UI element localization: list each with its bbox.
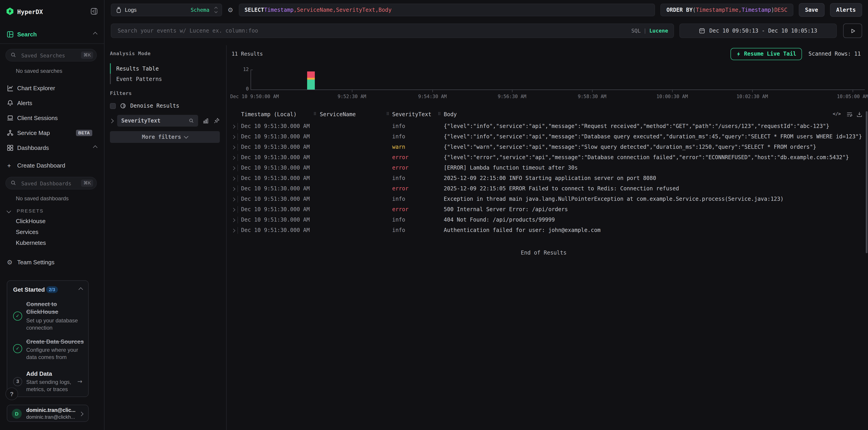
expand-row-chevron-icon[interactable] [231,145,236,150]
cell-severity: error [392,163,408,173]
schema-label: Schema [191,7,210,13]
column-severitytext[interactable]: SeverityText [392,111,431,118]
pin-icon[interactable] [214,118,220,124]
expand-row-chevron-icon[interactable] [231,177,236,180]
event-search-input[interactable] [117,27,631,34]
expand-row-chevron-icon[interactable] [231,187,236,191]
preset-services[interactable]: Services [0,227,104,237]
denoise-checkbox[interactable] [110,103,116,109]
gs-item-title[interactable]: Create Data Sources [26,338,90,345]
drag-handle-icon[interactable]: ⠿ [386,112,389,116]
x-tick-label: Dec 10 9:50:00 AM [230,94,279,99]
cell-severity: error [392,204,408,215]
row-divider [238,227,238,234]
saved-searches-field[interactable] [20,49,76,62]
help-button[interactable]: ? [5,388,18,400]
table-row[interactable]: Dec 10 9:51:30.000 AM error 2025-12-09 2… [227,184,868,194]
denoise-results-option[interactable]: Denoise Results [110,102,179,109]
team-settings-label: Team Settings [17,259,55,266]
saved-dashboards-input[interactable]: ⌘K [5,177,97,190]
table-row[interactable]: Dec 10 9:51:30.000 AM error 500 Internal… [227,204,868,215]
x-tick-label: 10:05:00 AM [837,94,868,99]
sidebar-item-team-settings[interactable]: ⚙ Team Settings [0,256,104,269]
create-dashboard-label: Create Dashboard [17,162,65,169]
drag-handle-icon[interactable]: ⠿ [438,112,441,116]
resume-live-tail-label: Resume Live Tail [744,51,796,57]
gs-item-title[interactable]: Connect to ClickHouse [26,300,82,316]
plus-icon: + [7,162,11,169]
preset-label: ClickHouse [16,218,46,225]
alerts-button[interactable]: Alerts [830,3,862,17]
expand-row-chevron-icon[interactable] [231,229,236,233]
expand-row-chevron-icon[interactable] [231,156,236,160]
sidebar-item-alerts[interactable]: Alerts [0,95,104,110]
time-range-value: Dec 10 09:50:13 - Dec 10 10:05:13 [710,28,817,34]
lightning-icon [736,51,741,57]
chevron-up-icon[interactable] [79,287,83,292]
expand-filter-chevron-icon[interactable] [109,119,114,123]
order-field-timestamptime: TimestampTime, [696,7,742,13]
lucene-mode-toggle[interactable]: Lucene [649,28,668,34]
query-settings-gear-icon[interactable]: ⚙ [227,7,233,13]
create-dashboard-button[interactable]: + Create Dashboard [0,159,104,172]
table-row[interactable]: Dec 10 9:51:30.000 AM warn {"level":"war… [227,142,868,153]
user-menu[interactable]: D dominic.tran@clic... dominic.tran@clic… [7,405,89,422]
arrow-right-icon[interactable]: → [78,378,82,385]
column-timestamp[interactable]: Timestamp (Local) [241,111,297,118]
expand-row-chevron-icon[interactable] [231,208,236,212]
expand-row-chevron-icon[interactable] [231,135,236,139]
expand-row-chevron-icon[interactable] [231,198,236,201]
table-row[interactable]: Dec 10 9:51:30.000 AM info Authenticatio… [227,225,868,236]
table-row[interactable]: Dec 10 9:51:30.000 AM error [ERROR] Lamb… [227,163,868,173]
cell-body: {"level":"info","service":"api","message… [444,121,864,132]
table-row[interactable]: Dec 10 9:51:30.000 AM info 2025-12-09 22… [227,173,868,184]
sidebar-item-service-map[interactable]: Service Map BETA [0,125,104,140]
sidebar-item-search[interactable]: Search [0,27,104,42]
preset-clickhouse[interactable]: ClickHouse [0,216,104,227]
saved-dashboards-field[interactable] [20,177,76,190]
saved-searches-input[interactable]: ⌘K [5,49,97,62]
run-query-button[interactable] [843,24,862,38]
y-axis-min-label: 0 [228,86,249,91]
mode-results-table[interactable]: Results Table [110,63,215,74]
event-search-bar[interactable]: SQL | Lucene [111,24,674,38]
expand-row-chevron-icon[interactable] [231,125,236,129]
presets-section-toggle[interactable]: PRESETS [0,207,104,215]
bar-chart-icon[interactable] [203,118,209,124]
time-range-picker[interactable]: Dec 10 09:50:13 - Dec 10 10:05:13 [679,24,837,38]
table-row[interactable]: Dec 10 9:51:30.000 AM info {"level":"inf… [227,121,868,132]
no-saved-dashboards-text: No saved dashboards [16,195,69,202]
sidebar-item-dashboards[interactable]: Dashboards [0,140,104,155]
resume-live-tail-button[interactable]: Resume Live Tail [731,48,802,60]
more-filters-button[interactable]: More filters [110,131,220,143]
x-tick-label: 9:58:30 AM [578,94,606,99]
table-row[interactable]: Dec 10 9:51:30.000 AM error {"level":"er… [227,153,868,163]
results-count: 11 Results [231,51,263,57]
download-icon[interactable] [856,111,863,118]
column-body[interactable]: Body [444,111,457,118]
column-servicename[interactable]: ServiceName [320,111,356,118]
preset-kubernetes[interactable]: Kubernetes [0,237,104,248]
severity-filter-input[interactable]: SeverityText [117,115,198,127]
collapse-sidebar-icon[interactable] [90,8,98,15]
wrap-text-icon[interactable] [846,111,852,118]
expand-row-chevron-icon[interactable] [231,166,236,170]
code-view-icon[interactable]: </> [833,111,841,116]
table-row[interactable]: Dec 10 9:51:30.000 AM info {"level":"inf… [227,132,868,142]
source-selector[interactable]: Logs Schema [111,4,222,16]
sidebar-item-client-sessions[interactable]: Client Sessions [0,110,104,125]
drag-handle-icon[interactable]: ⠿ [313,112,316,116]
gs-item-title[interactable]: Add Data [26,370,90,377]
table-row[interactable]: Dec 10 9:51:30.000 AM info 404 Not Found… [227,215,868,225]
order-by-input[interactable]: ORDER BY (TimestampTime, Timestamp) DESC [661,4,794,16]
sidebar-item-chart-explorer[interactable]: Chart Explorer [0,80,104,95]
table-row[interactable]: Dec 10 9:51:30.000 AM info Exception in … [227,194,868,204]
save-button[interactable]: Save [799,3,824,17]
expand-row-chevron-icon[interactable] [231,219,236,222]
mode-event-patterns[interactable]: Event Patterns [110,74,215,84]
sql-mode-toggle[interactable]: SQL [631,28,641,34]
scrollbar-thumb[interactable] [866,111,868,253]
select-query-input[interactable]: SELECT Timestamp,ServiceName,SeverityTex… [239,4,655,16]
main-area: Logs Schema ⚙ SELECT Timestamp,ServiceNa… [104,0,868,430]
analysis-mode-heading: Analysis Mode [110,51,151,57]
